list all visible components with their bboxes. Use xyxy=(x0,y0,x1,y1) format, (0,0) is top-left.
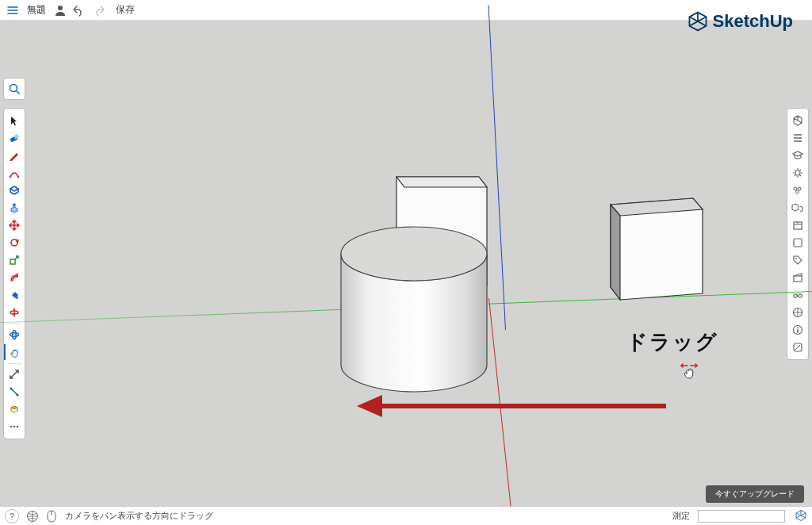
green-axis xyxy=(0,291,811,323)
document-title: 無題 xyxy=(27,3,46,17)
pan-cursor-icon xyxy=(680,362,698,381)
globe-icon xyxy=(26,510,39,523)
menu-button[interactable] xyxy=(5,2,21,18)
upgrade-button[interactable]: 今すぐアップグレード xyxy=(706,485,804,503)
drag-annotation-label: ドラッグ xyxy=(626,328,718,356)
account-button[interactable] xyxy=(52,2,68,18)
undo-button[interactable] xyxy=(70,2,87,19)
help-button[interactable]: ? xyxy=(5,509,19,523)
blue-axis xyxy=(488,6,506,330)
measure-label: 測定 xyxy=(672,510,690,522)
viewport[interactable] xyxy=(0,21,812,506)
language-button[interactable] xyxy=(25,509,40,523)
save-button[interactable]: 保存 xyxy=(113,2,138,18)
status-hint: カメラをパン表示する方向にドラッグ xyxy=(65,510,213,522)
svg-point-0 xyxy=(58,6,63,10)
mouse-icon xyxy=(46,510,59,523)
drag-arrow xyxy=(357,397,666,414)
status-bar: ? カメラをパン表示する方向にドラッグ 測定 xyxy=(0,506,812,525)
measure-input[interactable] xyxy=(698,510,785,523)
sketchup-corner-icon xyxy=(795,509,807,522)
redo-button[interactable] xyxy=(90,2,108,19)
